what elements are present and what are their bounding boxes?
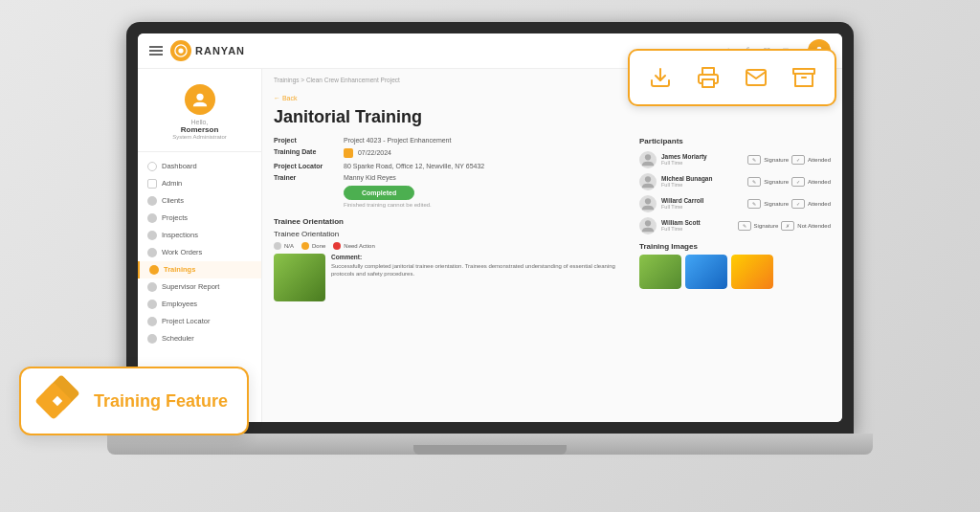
p-status-1: ✎ Signature ✓ Attended bbox=[747, 177, 831, 187]
p-name-1: Micheal Bunagan bbox=[661, 175, 743, 182]
sidebar-item-admin[interactable]: Admin bbox=[138, 175, 261, 192]
participant-info-2: Willard Carroll Full Time bbox=[661, 197, 743, 210]
images-title: Training Images bbox=[639, 242, 831, 251]
training-feature-callout: Training Feature bbox=[19, 367, 249, 435]
img-placeholder-2 bbox=[685, 255, 727, 289]
status-badge: Completed bbox=[344, 186, 414, 200]
calendar-icon bbox=[344, 148, 353, 158]
brand-name: RANYAN bbox=[195, 45, 245, 56]
sidebar-item-dashboard[interactable]: Dashboard bbox=[138, 158, 261, 175]
supervisor-icon bbox=[147, 282, 157, 292]
legend-done: Done bbox=[301, 242, 325, 250]
sidebar-item-trainings[interactable]: Trainings bbox=[138, 261, 261, 278]
hamburger-icon[interactable] bbox=[149, 46, 163, 56]
project-value: Project 4023 - Project Enhancement bbox=[344, 137, 624, 144]
participant-avatar-0 bbox=[639, 151, 657, 168]
sidebar-item-locator[interactable]: Project Locator bbox=[138, 313, 261, 330]
content-grid: Project Project 4023 - Project Enhanceme… bbox=[274, 137, 831, 301]
admin-icon bbox=[147, 179, 157, 189]
archive-button[interactable] bbox=[787, 60, 821, 95]
participant-info-3: William Scott Full Time bbox=[661, 219, 733, 232]
need-action-dot bbox=[333, 242, 341, 250]
sidebar-item-workorders[interactable]: Work Orders bbox=[138, 244, 261, 261]
sidebar-item-employees[interactable]: Employees bbox=[138, 296, 261, 313]
back-link[interactable]: Back bbox=[274, 95, 298, 101]
date-value: 07/22/2024 bbox=[344, 148, 624, 158]
p-role-0: Full Time bbox=[661, 160, 743, 166]
project-row: Project Project 4023 - Project Enhanceme… bbox=[274, 137, 624, 144]
training-feature-icon bbox=[40, 380, 82, 422]
right-column: Participants James Moriarty Full Time bbox=[639, 137, 831, 301]
employees-icon bbox=[147, 300, 157, 309]
svg-point-7 bbox=[645, 220, 651, 226]
training-img-2 bbox=[685, 255, 727, 289]
participant-info-0: James Moriarty Full Time bbox=[661, 153, 743, 166]
img-placeholder-1 bbox=[639, 255, 681, 289]
participant-row-3: William Scott Full Time ✎ Signature ✗ No… bbox=[639, 217, 831, 234]
work-orders-icon bbox=[147, 248, 157, 257]
svg-point-1 bbox=[178, 48, 183, 53]
sidebar-avatar bbox=[185, 84, 215, 115]
participant-row-2: Willard Carroll Full Time ✎ Signature ✓ … bbox=[639, 195, 831, 212]
svg-marker-12 bbox=[53, 396, 63, 407]
svg-point-6 bbox=[645, 198, 651, 204]
inspections-icon bbox=[147, 231, 157, 240]
comment-area: Comment: Successfully completed janitori… bbox=[331, 254, 624, 301]
img-placeholder-3 bbox=[731, 255, 773, 289]
info-table: Project Project 4023 - Project Enhanceme… bbox=[274, 137, 624, 208]
participants-title: Participants bbox=[639, 137, 831, 145]
email-button[interactable] bbox=[739, 60, 773, 95]
trainer-row: Trainer Manny Kid Reyes bbox=[274, 174, 624, 181]
locator-label: Project Locator bbox=[274, 163, 336, 169]
sidebar-username: Romerson bbox=[147, 125, 252, 134]
dashboard-icon bbox=[147, 162, 157, 171]
signature-icon-0: ✎ bbox=[747, 155, 761, 165]
p-name-3: William Scott bbox=[661, 219, 733, 226]
laptop-base bbox=[107, 434, 873, 455]
trainer-label: Trainer bbox=[274, 174, 336, 181]
download-button[interactable] bbox=[643, 60, 678, 95]
attended-icon-1: ✓ bbox=[791, 177, 805, 187]
trainings-icon bbox=[149, 265, 159, 275]
status-note: Finished training cannot be edited. bbox=[344, 202, 432, 208]
svg-rect-10 bbox=[793, 69, 814, 74]
locator-icon bbox=[147, 317, 157, 326]
legend-na: N/A bbox=[274, 242, 294, 250]
attended-icon-3: ✗ bbox=[781, 221, 794, 231]
sidebar-user-info: Hello, Romerson System Administrator bbox=[138, 77, 261, 152]
print-button[interactable] bbox=[691, 60, 725, 95]
sidebar-item-supervisor[interactable]: Supervisor Report bbox=[138, 278, 261, 296]
sidebar-item-clients[interactable]: Clients bbox=[138, 192, 261, 210]
sidebar-item-projects[interactable]: Projects bbox=[138, 210, 261, 227]
p-status-0: ✎ Signature ✓ Attended bbox=[747, 155, 831, 165]
action-callout bbox=[628, 49, 836, 106]
trainee-image bbox=[274, 254, 325, 301]
brand-icon bbox=[170, 40, 191, 61]
left-column: Project Project 4023 - Project Enhanceme… bbox=[274, 137, 624, 301]
sidebar-item-scheduler[interactable]: Scheduler bbox=[138, 330, 261, 347]
p-status-3: ✎ Signature ✗ Not Attended bbox=[738, 221, 831, 231]
svg-point-4 bbox=[645, 154, 651, 160]
svg-rect-9 bbox=[702, 79, 714, 87]
sidebar-item-inspections[interactable]: Inspections bbox=[138, 227, 261, 244]
trainer-value: Manny Kid Reyes bbox=[344, 174, 624, 181]
project-label: Project bbox=[274, 137, 336, 144]
comment-text: Successfully completed janitorial traine… bbox=[331, 262, 624, 278]
attended-icon-0: ✓ bbox=[791, 155, 805, 165]
comment-label: Comment: bbox=[331, 254, 624, 260]
status-row: Completed Finished training cannot be ed… bbox=[274, 186, 624, 208]
signature-icon-3: ✎ bbox=[738, 221, 751, 231]
participant-row-0: James Moriarty Full Time ✎ Signature ✓ A… bbox=[639, 151, 831, 168]
p-name-2: Willard Carroll bbox=[661, 197, 743, 204]
projects-icon bbox=[147, 213, 157, 223]
date-label: Training Date bbox=[274, 148, 336, 155]
signature-icon-1: ✎ bbox=[747, 177, 761, 187]
participant-row-1: Micheal Bunagan Full Time ✎ Signature ✓ … bbox=[639, 173, 831, 190]
participant-avatar-1 bbox=[639, 173, 657, 190]
locator-value: 80 Sparke Road, Office 12, Newville, NY … bbox=[344, 163, 624, 169]
p-role-2: Full Time bbox=[661, 204, 743, 210]
training-img-3 bbox=[731, 255, 773, 289]
clients-icon bbox=[147, 196, 157, 206]
participant-info-1: Micheal Bunagan Full Time bbox=[661, 175, 743, 188]
trainee-comment-area: Comment: Successfully completed janitori… bbox=[274, 254, 624, 301]
